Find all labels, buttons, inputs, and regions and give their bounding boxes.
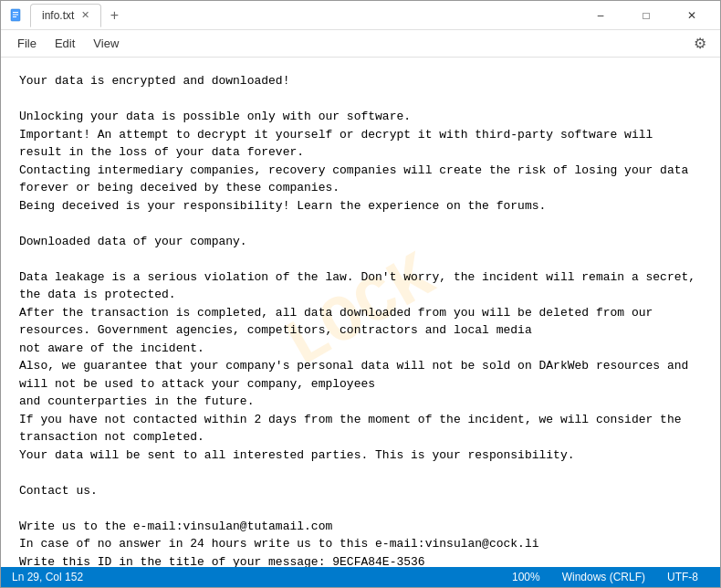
text-line: and counterparties in the future. <box>19 393 702 411</box>
zoom-level[interactable]: 100% <box>512 571 551 583</box>
new-tab-button[interactable]: + <box>103 5 125 26</box>
text-line: Data leakage is a serious violation of t… <box>19 268 702 304</box>
text-line: In case of no answer in 24 hours write u… <box>19 535 702 553</box>
main-window: info.txt ✕ + – □ ✕ File Edit View ⚙ LOCK… <box>0 0 721 588</box>
tab-close-button[interactable]: ✕ <box>81 9 89 21</box>
menu-bar-right: ⚙ <box>687 31 713 57</box>
status-bar: Ln 29, Col 152 100% Windows (CRLF) UTF-8 <box>1 567 720 587</box>
text-line: Write this ID in the title of your messa… <box>19 553 702 568</box>
title-bar: info.txt ✕ + – □ ✕ <box>1 1 720 30</box>
text-line: Downloaded data of your company. <box>19 233 702 251</box>
menu-bar: File Edit View ⚙ <box>1 30 720 58</box>
app-icon <box>8 7 25 24</box>
tab-label: info.txt <box>42 9 74 22</box>
menu-edit[interactable]: Edit <box>46 33 84 54</box>
text-line: Unlocking your data is possible only wit… <box>19 108 702 126</box>
svg-rect-1 <box>13 12 18 13</box>
menu-view[interactable]: View <box>84 33 128 54</box>
text-line <box>19 215 702 233</box>
line-ending[interactable]: Windows (CRLF) <box>551 571 656 583</box>
cursor-position: Ln 29, Col 152 <box>12 567 94 587</box>
text-line: Contacting intermediary companies, recov… <box>19 162 702 197</box>
tab-bar: info.txt ✕ + <box>30 4 125 27</box>
status-right: 100% Windows (CRLF) UTF-8 <box>512 571 709 583</box>
text-line <box>19 499 702 518</box>
text-line: If you have not contacted within 2 days … <box>19 411 702 446</box>
text-body: Your data is encrypted and downloaded! U… <box>19 72 702 567</box>
menu-file[interactable]: File <box>8 33 46 54</box>
window-controls: – □ ✕ <box>580 1 713 30</box>
text-editor-content[interactable]: LOCK Your data is encrypted and download… <box>1 58 720 567</box>
text-line: Write us to the e-mail:vinsulan@tutamail… <box>19 518 702 536</box>
title-bar-left: info.txt ✕ + <box>8 4 580 27</box>
minimize-button[interactable]: – <box>580 1 622 30</box>
text-line: Your data is encrypted and downloaded! <box>19 72 702 90</box>
text-line <box>19 90 702 109</box>
maximize-button[interactable]: □ <box>625 1 667 30</box>
svg-rect-2 <box>13 14 18 15</box>
text-line: Also, we guarantee that your company's p… <box>19 357 702 393</box>
text-line <box>19 250 702 268</box>
text-line: not aware of the incident. <box>19 340 702 358</box>
text-line: Important! An attempt to decrypt it your… <box>19 126 702 162</box>
encoding[interactable]: UTF-8 <box>656 571 709 583</box>
text-line <box>19 464 702 482</box>
text-line: After the transaction is completed, all … <box>19 304 702 340</box>
settings-icon[interactable]: ⚙ <box>687 31 713 57</box>
close-button[interactable]: ✕ <box>671 1 713 30</box>
text-line: Being deceived is your responsibility! L… <box>19 197 702 215</box>
tab-info-txt[interactable]: info.txt ✕ <box>30 4 101 27</box>
text-line: Your data will be sent to all interested… <box>19 446 702 465</box>
text-line: Contact us. <box>19 482 702 500</box>
svg-rect-3 <box>13 16 16 17</box>
